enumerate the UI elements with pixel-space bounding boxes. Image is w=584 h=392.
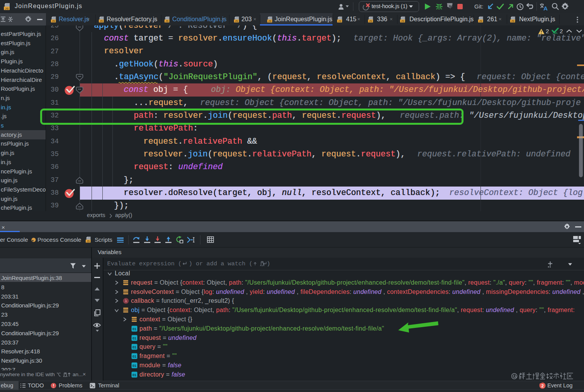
svg-text:JS: JS bbox=[268, 20, 272, 22]
svg-text:JS: JS bbox=[165, 20, 169, 22]
svg-text:JS: JS bbox=[369, 20, 372, 22]
svg-text:JS: JS bbox=[511, 20, 514, 22]
svg-text:01: 01 bbox=[132, 355, 136, 358]
svg-text:01: 01 bbox=[132, 364, 136, 368]
svg-text:JS: JS bbox=[479, 20, 482, 22]
svg-text:JS: JS bbox=[52, 20, 55, 22]
svg-text:A: A bbox=[543, 5, 548, 11]
svg-text:01: 01 bbox=[132, 373, 136, 377]
svg-text:JS: JS bbox=[87, 240, 90, 243]
svg-text:JS: JS bbox=[401, 20, 404, 22]
svg-text:λ: λ bbox=[125, 299, 127, 303]
svg-text:01: 01 bbox=[132, 345, 136, 349]
svg-text:JS: JS bbox=[235, 20, 238, 22]
svg-text:01: 01 bbox=[132, 327, 136, 331]
svg-text:JS: JS bbox=[100, 20, 103, 22]
svg-text:JS: JS bbox=[338, 20, 341, 22]
svg-text:01: 01 bbox=[132, 336, 136, 340]
svg-text:2: 2 bbox=[541, 384, 543, 388]
svg-text:JS: JS bbox=[5, 7, 9, 10]
